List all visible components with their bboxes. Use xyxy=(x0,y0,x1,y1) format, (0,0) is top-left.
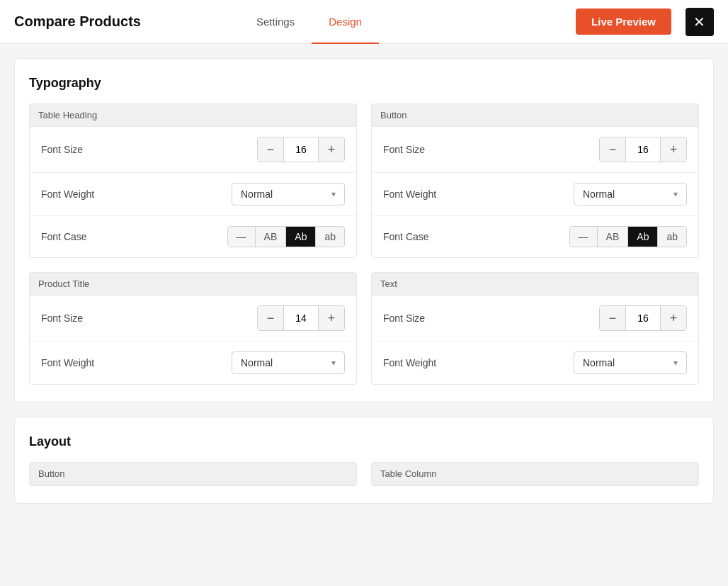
product-title-font-size-decrement[interactable]: − xyxy=(258,306,283,330)
product-title-font-weight-dropdown[interactable]: Normal ▾ xyxy=(232,351,345,374)
layout-button-header: Button xyxy=(30,463,356,485)
btn-font-case-upper[interactable]: AB xyxy=(598,227,629,247)
font-case-lower[interactable]: ab xyxy=(316,227,344,247)
product-title-font-size-value[interactable] xyxy=(283,306,319,330)
header-actions: Live Preview ✕ xyxy=(576,8,714,36)
layout-button-section: Button xyxy=(29,462,357,486)
table-heading-font-weight-value: Normal xyxy=(241,188,273,200)
layout-grid: Button Table Column xyxy=(29,462,699,486)
button-font-size-increment[interactable]: + xyxy=(661,137,686,162)
text-header: Text xyxy=(372,273,698,295)
chevron-down-icon: ▾ xyxy=(673,189,678,199)
table-heading-font-size-increment[interactable]: + xyxy=(319,137,344,162)
font-case-title[interactable]: Ab xyxy=(286,227,316,247)
header-tabs: Settings Design xyxy=(239,0,379,44)
live-preview-button[interactable]: Live Preview xyxy=(576,9,671,35)
layout-table-column-section: Table Column xyxy=(371,462,699,486)
button-font-weight-dropdown[interactable]: Normal ▾ xyxy=(574,183,687,205)
close-button[interactable]: ✕ xyxy=(686,8,714,36)
btn-font-case-none[interactable]: — xyxy=(570,227,598,247)
table-heading-font-size-stepper: − + xyxy=(257,137,345,162)
table-heading-font-size-label: Font Size xyxy=(41,144,83,155)
font-case-none[interactable]: — xyxy=(228,227,256,247)
chevron-down-icon: ▾ xyxy=(331,358,336,368)
chevron-down-icon: ▾ xyxy=(673,358,678,368)
button-font-size-label: Font Size xyxy=(383,144,425,155)
table-heading-section: Table Heading Font Size − + Font Weight … xyxy=(29,103,357,258)
table-heading-font-size-row: Font Size − + xyxy=(30,127,356,173)
layout-title: Layout xyxy=(29,434,699,449)
product-title-font-weight-row: Font Weight Normal ▾ xyxy=(30,342,356,384)
text-font-size-stepper: − + xyxy=(599,305,687,331)
header: Compare Products Settings Design Live Pr… xyxy=(0,0,728,44)
layout-table-column-header: Table Column xyxy=(372,463,698,485)
button-font-weight-row: Font Weight Normal ▾ xyxy=(372,173,698,216)
button-font-size-value[interactable] xyxy=(625,137,661,162)
button-font-case-row: Font Case — AB Ab ab xyxy=(372,216,698,257)
table-heading-font-weight-dropdown[interactable]: Normal ▾ xyxy=(232,183,345,205)
button-font-weight-label: Font Weight xyxy=(383,188,436,200)
typography-card: Typography Table Heading Font Size − + F… xyxy=(14,58,714,402)
product-title-font-weight-label: Font Weight xyxy=(41,357,94,368)
btn-font-case-title[interactable]: Ab xyxy=(628,227,658,247)
product-title-header: Product Title xyxy=(30,273,356,295)
text-font-weight-dropdown[interactable]: Normal ▾ xyxy=(574,351,687,374)
table-heading-font-case-label: Font Case xyxy=(41,231,87,242)
button-header: Button xyxy=(372,104,698,127)
table-heading-font-weight-label: Font Weight xyxy=(41,188,94,200)
font-case-upper[interactable]: AB xyxy=(256,227,287,247)
product-title-font-size-row: Font Size − + xyxy=(30,295,356,342)
text-font-size-value[interactable] xyxy=(625,306,661,330)
chevron-down-icon: ▾ xyxy=(331,189,336,199)
typography-grid: Table Heading Font Size − + Font Weight … xyxy=(29,103,699,385)
button-section: Button Font Size − + Font Weight Normal … xyxy=(371,103,699,258)
table-heading-header: Table Heading xyxy=(30,104,356,127)
table-heading-font-case-row: Font Case — AB Ab ab xyxy=(30,216,356,257)
table-heading-font-size-decrement[interactable]: − xyxy=(258,137,283,162)
text-font-size-row: Font Size − + xyxy=(372,295,698,342)
table-heading-font-size-value[interactable] xyxy=(283,137,319,162)
button-font-size-stepper: − + xyxy=(599,137,687,162)
product-title-font-size-label: Font Size xyxy=(41,312,83,324)
tab-design[interactable]: Design xyxy=(312,0,379,44)
btn-font-case-lower[interactable]: ab xyxy=(658,227,686,247)
text-font-size-label: Font Size xyxy=(383,312,425,324)
main-content: Typography Table Heading Font Size − + F… xyxy=(0,44,728,518)
button-font-case-label: Font Case xyxy=(383,231,429,242)
text-font-weight-label: Font Weight xyxy=(383,357,436,368)
text-font-size-increment[interactable]: + xyxy=(661,306,686,330)
text-font-weight-row: Font Weight Normal ▾ xyxy=(372,342,698,384)
tab-settings[interactable]: Settings xyxy=(239,0,312,44)
app-title: Compare Products xyxy=(14,13,141,30)
product-title-font-size-increment[interactable]: + xyxy=(319,306,344,330)
text-section: Text Font Size − + Font Weight Normal ▾ xyxy=(371,272,699,385)
typography-title: Typography xyxy=(29,76,699,91)
button-font-case-group: — AB Ab ab xyxy=(569,226,687,247)
button-font-weight-value: Normal xyxy=(583,188,615,200)
button-font-size-decrement[interactable]: − xyxy=(600,137,625,162)
text-font-weight-value: Normal xyxy=(583,357,615,368)
product-title-font-size-stepper: − + xyxy=(257,305,345,331)
button-font-size-row: Font Size − + xyxy=(372,127,698,173)
text-font-size-decrement[interactable]: − xyxy=(600,306,625,330)
product-title-font-weight-value: Normal xyxy=(241,357,273,368)
product-title-section: Product Title Font Size − + Font Weight … xyxy=(29,272,357,385)
layout-card: Layout Button Table Column xyxy=(14,417,714,504)
table-heading-font-case-group: — AB Ab ab xyxy=(227,226,345,247)
table-heading-font-weight-row: Font Weight Normal ▾ xyxy=(30,173,356,216)
